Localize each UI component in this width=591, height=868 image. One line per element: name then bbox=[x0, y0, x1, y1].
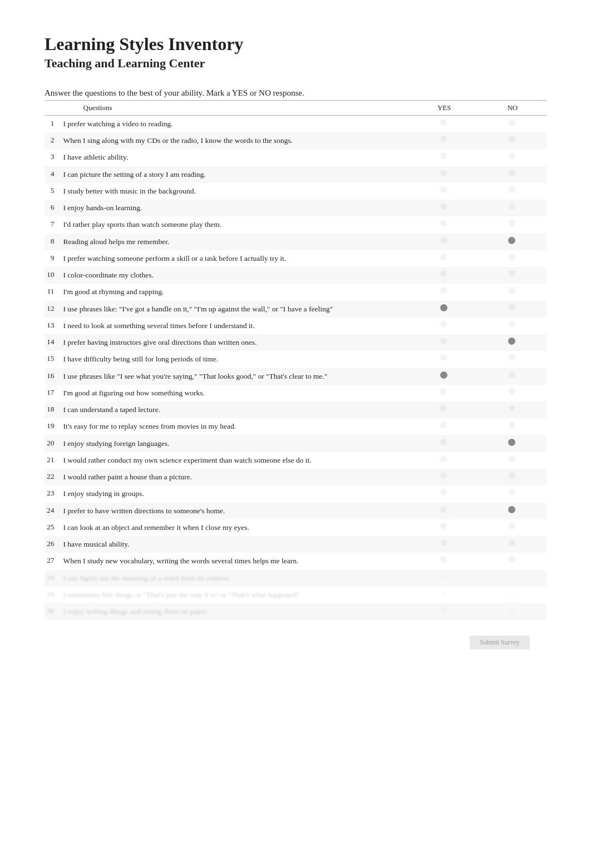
question-text: I use phrases like "I see what you're sa… bbox=[61, 368, 410, 385]
yes-cell[interactable] bbox=[410, 301, 479, 318]
yes-empty bbox=[440, 556, 447, 563]
yes-cell[interactable] bbox=[410, 385, 479, 401]
yes-marker bbox=[440, 304, 447, 311]
question-number: 23 bbox=[45, 485, 61, 502]
question-number: 26 bbox=[45, 536, 61, 553]
no-cell[interactable] bbox=[479, 401, 546, 418]
yes-cell[interactable] bbox=[410, 418, 479, 435]
question-text: I can understand a taped lecture. bbox=[61, 401, 410, 418]
no-empty bbox=[509, 607, 515, 613]
no-cell[interactable] bbox=[479, 149, 546, 166]
yes-empty bbox=[440, 573, 447, 580]
yes-cell[interactable] bbox=[410, 485, 479, 502]
yes-cell[interactable] bbox=[410, 250, 479, 267]
question-text: I'm good at rhyming and rapping. bbox=[61, 284, 410, 300]
no-cell[interactable] bbox=[479, 115, 546, 132]
yes-cell[interactable] bbox=[410, 334, 479, 351]
yes-cell[interactable] bbox=[410, 216, 479, 233]
yes-cell[interactable] bbox=[410, 469, 479, 485]
question-text: I can picture the setting of a story I a… bbox=[61, 166, 410, 183]
no-cell[interactable] bbox=[479, 503, 546, 519]
no-cell[interactable] bbox=[479, 603, 546, 620]
no-cell[interactable] bbox=[479, 234, 546, 250]
yes-cell[interactable] bbox=[410, 401, 479, 418]
no-cell[interactable] bbox=[479, 284, 546, 300]
yes-cell[interactable] bbox=[410, 166, 479, 183]
no-cell[interactable] bbox=[479, 553, 546, 569]
no-cell[interactable] bbox=[479, 250, 546, 267]
question-number: 7 bbox=[45, 216, 61, 233]
question-number: 2 bbox=[45, 132, 61, 149]
question-text: I enjoy studying foreign languages. bbox=[61, 435, 410, 452]
no-cell[interactable] bbox=[479, 132, 546, 149]
question-text: I can look at an object and remember it … bbox=[61, 519, 410, 536]
no-cell[interactable] bbox=[479, 200, 546, 216]
question-number: 24 bbox=[45, 503, 61, 519]
question-text: I study better with music in the backgro… bbox=[61, 183, 410, 200]
question-number: 21 bbox=[45, 452, 61, 469]
no-cell[interactable] bbox=[479, 216, 546, 233]
yes-cell[interactable] bbox=[410, 234, 479, 250]
page-title: Learning Styles Inventory bbox=[45, 33, 546, 54]
question-text: I enjoy studying in groups. bbox=[61, 485, 410, 502]
yes-cell[interactable] bbox=[410, 115, 479, 132]
yes-cell[interactable] bbox=[410, 149, 479, 166]
no-empty bbox=[509, 203, 515, 210]
yes-empty bbox=[440, 607, 447, 613]
yes-cell[interactable] bbox=[410, 603, 479, 620]
yes-cell[interactable] bbox=[410, 183, 479, 200]
no-cell[interactable] bbox=[479, 166, 546, 183]
yes-empty bbox=[440, 388, 447, 395]
yes-cell[interactable] bbox=[410, 132, 479, 149]
yes-cell[interactable] bbox=[410, 435, 479, 452]
no-cell[interactable] bbox=[479, 587, 546, 603]
question-number: 13 bbox=[45, 318, 61, 334]
no-empty bbox=[509, 573, 515, 580]
yes-cell[interactable] bbox=[410, 351, 479, 368]
no-cell[interactable] bbox=[479, 368, 546, 385]
submit-button[interactable]: Submit Survey bbox=[470, 636, 530, 649]
no-cell[interactable] bbox=[479, 318, 546, 334]
yes-cell[interactable] bbox=[410, 570, 479, 587]
yes-cell[interactable] bbox=[410, 452, 479, 469]
yes-cell[interactable] bbox=[410, 587, 479, 603]
no-empty bbox=[509, 270, 515, 277]
no-cell[interactable] bbox=[479, 570, 546, 587]
no-cell[interactable] bbox=[479, 452, 546, 469]
yes-cell[interactable] bbox=[410, 267, 479, 284]
question-number: 6 bbox=[45, 200, 61, 216]
no-cell[interactable] bbox=[479, 334, 546, 351]
no-empty bbox=[509, 254, 515, 260]
no-cell[interactable] bbox=[479, 183, 546, 200]
no-cell[interactable] bbox=[479, 519, 546, 536]
yes-cell[interactable] bbox=[410, 536, 479, 553]
no-cell[interactable] bbox=[479, 267, 546, 284]
no-cell[interactable] bbox=[479, 418, 546, 435]
no-cell[interactable] bbox=[479, 469, 546, 485]
question-text: I have athletic ability. bbox=[61, 149, 410, 166]
yes-cell[interactable] bbox=[410, 553, 479, 569]
no-cell[interactable] bbox=[479, 301, 546, 318]
yes-cell[interactable] bbox=[410, 284, 479, 300]
yes-cell[interactable] bbox=[410, 368, 479, 385]
yes-cell[interactable] bbox=[410, 519, 479, 536]
no-cell[interactable] bbox=[479, 485, 546, 502]
question-text: I prefer having instructors give oral di… bbox=[61, 334, 410, 351]
table-row: 29I sometimes feel things or "That's jus… bbox=[45, 587, 546, 603]
yes-cell[interactable] bbox=[410, 318, 479, 334]
question-number: 22 bbox=[45, 469, 61, 485]
no-marker bbox=[508, 237, 515, 244]
yes-cell[interactable] bbox=[410, 200, 479, 216]
question-number: 14 bbox=[45, 334, 61, 351]
questions-table: Questions YES NO 1I prefer watching a vi… bbox=[45, 100, 546, 621]
no-cell[interactable] bbox=[479, 536, 546, 553]
table-row: 12I use phrases like: "I've got a handle… bbox=[45, 301, 546, 318]
yes-cell[interactable] bbox=[410, 503, 479, 519]
no-cell[interactable] bbox=[479, 385, 546, 401]
no-empty bbox=[509, 590, 515, 597]
yes-empty bbox=[440, 237, 447, 244]
table-row: 21I would rather conduct my own science … bbox=[45, 452, 546, 469]
table-row: 13I need to look at something several ti… bbox=[45, 318, 546, 334]
no-cell[interactable] bbox=[479, 351, 546, 368]
no-cell[interactable] bbox=[479, 435, 546, 452]
